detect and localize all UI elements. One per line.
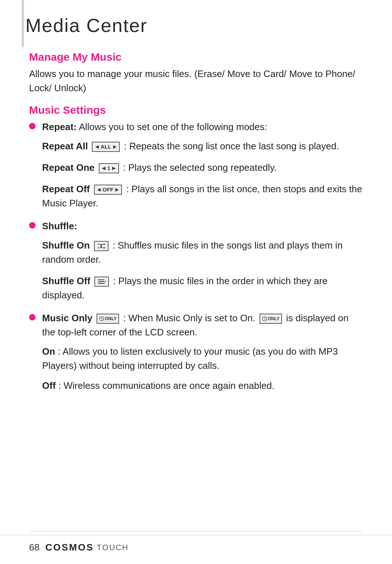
music-only-badge-1: ONLY: [97, 314, 119, 324]
badge-right-arrow: ►: [112, 142, 118, 151]
repeat-one-text: 1: [107, 164, 110, 173]
accent-bar: [22, 0, 24, 47]
off-item: Off : Wireless communications are once a…: [42, 379, 363, 393]
repeat-one-item: Repeat One ◄ 1 ► : Plays the selected so…: [42, 161, 363, 175]
repeat-one-left-arrow: ◄: [101, 164, 107, 173]
shuffle-on-bold: Shuffle On: [42, 240, 90, 251]
cosmos-o2: o: [78, 542, 86, 553]
shuffle-bold: Shuffle:: [42, 221, 77, 231]
touch-text: TOUCH: [97, 543, 129, 552]
repeat-all-badge: ◄ ALL ►: [92, 142, 120, 152]
music-only-clock-icon-2: [262, 316, 267, 321]
repeat-off-badge: ◄ OFF ►: [94, 185, 122, 195]
music-only-bullet-item: Music Only ONLY : When Music Only is set…: [29, 311, 363, 339]
music-only-clock-icon: [99, 316, 104, 321]
shuffle-section: Shuffle: Shuffle On: [29, 219, 363, 302]
shuffle-bullet-text: Shuffle:: [42, 219, 77, 233]
only-text-1: ONLY: [105, 315, 117, 322]
music-only-section: Music Only ONLY : When Music Only is set…: [29, 311, 363, 393]
repeat-off-text: OFF: [103, 186, 114, 194]
repeat-one-description: : Plays the selected song repeatedly.: [123, 162, 277, 173]
music-settings-heading: Music Settings: [29, 104, 363, 116]
manage-music-section: Manage My Music Allows you to manage you…: [29, 51, 363, 95]
footer-brand: cosmos TOUCH: [45, 542, 128, 553]
music-only-on-off-items: On : Allows you to listen exclusively to…: [42, 345, 363, 393]
content-area: Manage My Music Allows you to manage you…: [0, 44, 392, 431]
shuffle-off-svg: [97, 278, 106, 285]
repeat-off-description: : Plays all songs in the list once, then…: [42, 184, 362, 209]
repeat-off-left-arrow: ◄: [96, 185, 102, 194]
off-bold: Off: [42, 380, 56, 391]
badge-left-arrow: ◄: [94, 142, 100, 151]
only-text-2: ONLY: [268, 315, 279, 322]
repeat-off-item: Repeat Off ◄ OFF ► : Plays all songs in …: [42, 182, 363, 210]
on-bold: On: [42, 346, 55, 357]
page-number: 68: [29, 542, 40, 553]
repeat-all-item: Repeat All ◄ ALL ► : Repeats the song li…: [42, 139, 363, 153]
cosmos-c: c: [45, 542, 53, 553]
cosmos-o1: o: [53, 542, 62, 553]
repeat-one-badge: ◄ 1 ►: [99, 163, 119, 173]
music-only-bullet-text: Music Only ONLY : When Music Only is set…: [42, 311, 363, 339]
shuffle-on-item: Shuffle On : Shuffles music files in the…: [42, 238, 363, 267]
shuffle-bullet-item: Shuffle:: [29, 219, 363, 233]
repeat-bullet-item: Repeat: Allows you to set one of the fol…: [29, 120, 363, 134]
shuffle-on-icon: [94, 241, 109, 251]
on-description: : Allows you to listen exclusively to yo…: [42, 346, 338, 371]
music-only-text-1: : When Music Only is set to On.: [123, 313, 255, 323]
cosmos-brand-text: cosmos: [45, 542, 94, 553]
repeat-bullet-dot: [29, 123, 36, 129]
shuffle-off-item: Shuffle Off : Plays the music files in t…: [42, 274, 363, 302]
repeat-all-bold: Repeat All: [42, 141, 88, 152]
svg-marker-1: [104, 247, 106, 249]
music-only-badge-2: ONLY: [260, 314, 282, 324]
repeat-one-bold: Repeat One: [42, 162, 95, 173]
repeat-bullet-text: Repeat: Allows you to set one of the fol…: [42, 120, 267, 134]
page-header: Media Center: [0, 0, 392, 44]
page-title: Media Center: [25, 15, 363, 36]
page-footer: 68 cosmos TOUCH: [0, 535, 392, 553]
footer-divider: [29, 531, 363, 531]
svg-line-8: [102, 319, 103, 319]
cosmos-s1: s: [62, 542, 69, 553]
shuffle-off-icon: [94, 277, 109, 287]
cosmos-m: m: [69, 542, 78, 553]
repeat-one-right-arrow: ►: [111, 164, 117, 173]
shuffle-on-svg: [97, 243, 106, 249]
shuffle-off-bold: Shuffle Off: [42, 275, 90, 286]
repeat-section: Repeat: Allows you to set one of the fol…: [29, 120, 363, 210]
repeat-off-bold: Repeat Off: [42, 184, 90, 194]
page-container: Media Center Manage My Music Allows you …: [0, 0, 392, 564]
on-item: On : Allows you to listen exclusively to…: [42, 345, 363, 373]
off-description: : Wireless communications are once again…: [58, 380, 274, 391]
badge-all-text: ALL: [101, 143, 111, 151]
repeat-off-right-arrow: ►: [114, 185, 120, 194]
music-only-bold: Music Only: [42, 313, 93, 323]
shuffle-sub-items: Shuffle On : Shuffles music files in the…: [42, 238, 363, 302]
svg-marker-5: [105, 281, 106, 282]
svg-marker-0: [104, 243, 106, 245]
manage-music-description: Allows you to manage your music files. (…: [29, 67, 363, 95]
repeat-bold: Repeat:: [42, 121, 77, 132]
shuffle-bullet-dot: [29, 222, 36, 229]
music-only-bullet-dot: [29, 314, 36, 321]
manage-music-heading: Manage My Music: [29, 51, 363, 63]
repeat-all-description: : Repeats the song list once the last so…: [124, 141, 339, 152]
cosmos-s2: s: [86, 542, 94, 553]
repeat-sub-items: Repeat All ◄ ALL ► : Repeats the song li…: [42, 139, 363, 210]
svg-line-11: [265, 319, 266, 319]
